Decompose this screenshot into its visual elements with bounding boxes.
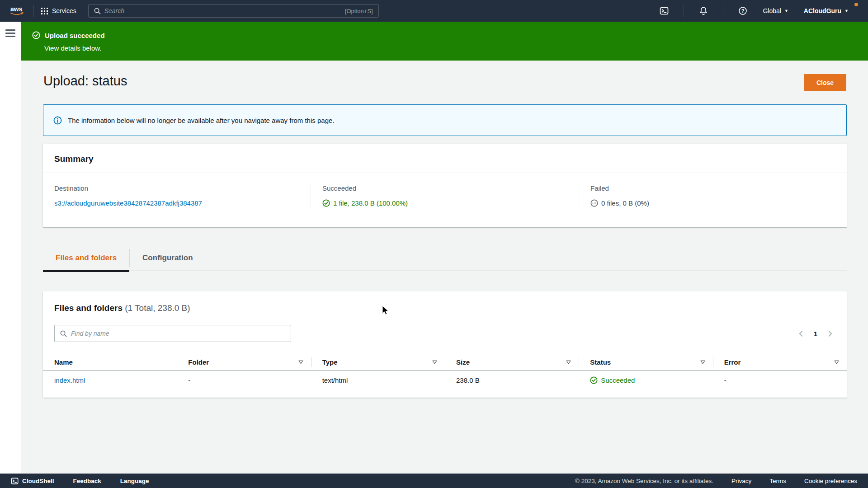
column-label: Folder: [188, 358, 209, 366]
hamburger-menu-button[interactable]: [5, 29, 15, 37]
pagination: 1: [797, 325, 834, 342]
destination-label: Destination: [54, 184, 299, 192]
tab-label: Files and folders: [56, 253, 117, 262]
services-label: Services: [52, 7, 76, 14]
tab-bar: Files and folders Configuration: [43, 246, 847, 271]
failed-pending-icon: [590, 199, 598, 207]
footer-privacy-link[interactable]: Privacy: [731, 478, 751, 484]
global-search-box[interactable]: [Option+S]: [88, 4, 379, 18]
page-number[interactable]: 1: [814, 330, 817, 338]
column-label: Status: [590, 358, 611, 366]
cloudshell-terminal-button[interactable]: [652, 6, 676, 15]
nav-right-cluster: ? Global ▼ ACloudGuru ▼: [652, 5, 856, 17]
succeeded-label: Succeeded: [322, 184, 567, 192]
tab-files-and-folders[interactable]: Files and folders: [43, 246, 129, 271]
summary-failed-column: Failed 0 files, 0 B (0%): [579, 184, 847, 207]
footer-feedback-link[interactable]: Feedback: [73, 478, 101, 484]
column-label: Name: [54, 358, 73, 366]
cell-name: index.html: [43, 371, 177, 389]
column-header-status: Status: [579, 353, 712, 371]
cloudshell-icon: [11, 477, 19, 485]
info-banner: The information below will no longer be …: [43, 104, 847, 136]
failed-value: 0 files, 0 B (0%): [601, 199, 649, 207]
collapsed-sidebar: [0, 22, 21, 474]
summary-heading: Summary: [43, 144, 847, 173]
success-flashbar: Upload succeeded View details below.: [21, 22, 868, 61]
nav-divider: [33, 5, 34, 17]
table-row: index.html - text/html 238.0 B Succeeded: [43, 371, 847, 389]
info-icon: [53, 116, 62, 125]
files-table: Name Folder Type Size Sta: [43, 353, 847, 389]
services-grid-icon: [41, 8, 48, 14]
info-banner-text: The information below will no longer be …: [68, 117, 335, 124]
file-link[interactable]: index.html: [54, 376, 85, 384]
column-header-error: Error: [713, 353, 847, 371]
footer-cookie-preferences-link[interactable]: Cookie preferences: [804, 478, 857, 484]
status-text: Succeeded: [601, 376, 635, 384]
filter-dropdown-icon[interactable]: [298, 360, 304, 365]
notification-dot-badge: [854, 3, 858, 6]
cell-type: text/html: [311, 371, 445, 389]
cell-folder: -: [177, 371, 311, 389]
cell-error: -: [713, 371, 847, 389]
tab-label: Configuration: [142, 253, 193, 262]
help-icon: ?: [738, 6, 747, 15]
region-selector[interactable]: Global ▼: [755, 7, 796, 14]
success-check-icon: [32, 31, 40, 39]
files-and-folders-panel: Files and folders (1 Total, 238.0 B) 1: [43, 291, 847, 398]
svg-text:aws: aws: [10, 5, 23, 13]
help-button[interactable]: ?: [731, 6, 755, 15]
find-by-name-input[interactable]: [71, 330, 285, 337]
search-shortcut-hint: [Option+S]: [345, 8, 373, 14]
search-icon: [94, 8, 101, 14]
column-label: Error: [724, 358, 741, 366]
filter-dropdown-icon[interactable]: [700, 360, 706, 365]
flashbar-title: Upload succeeded: [45, 32, 105, 39]
aws-logo[interactable]: aws: [9, 5, 26, 17]
summary-destination-column: Destination s3://acloudguruwebsite384287…: [43, 184, 311, 207]
column-label: Size: [456, 358, 470, 366]
close-button[interactable]: Close: [804, 74, 846, 91]
column-header-folder: Folder: [177, 353, 311, 371]
footer-cloudshell-button[interactable]: CloudShell: [11, 477, 54, 485]
destination-bucket-link[interactable]: s3://acloudguruwebsite38428742387adkfj38…: [54, 199, 202, 207]
previous-page-button[interactable]: [797, 329, 805, 338]
next-page-button[interactable]: [826, 329, 834, 338]
succeeded-check-icon: [322, 199, 330, 207]
filter-dropdown-icon[interactable]: [834, 360, 840, 365]
summary-card: Summary Destination s3://acloudguruwebsi…: [43, 144, 847, 227]
svg-text:?: ?: [741, 8, 745, 14]
column-header-type: Type: [311, 353, 445, 371]
account-menu[interactable]: ACloudGuru ▼: [796, 7, 856, 14]
chevron-down-icon: ▼: [844, 9, 849, 13]
footer-language-link[interactable]: Language: [120, 478, 149, 484]
column-label: Type: [322, 358, 338, 366]
find-by-name-box[interactable]: [54, 325, 291, 342]
region-label: Global: [763, 7, 781, 14]
nav-divider: [723, 5, 723, 17]
search-input[interactable]: [104, 7, 341, 14]
status-success-icon: [590, 376, 598, 384]
search-icon: [60, 330, 67, 337]
cell-status: Succeeded: [579, 371, 712, 389]
files-heading-meta: (1 Total, 238.0 B): [125, 303, 190, 313]
services-menu-button[interactable]: Services: [41, 7, 76, 14]
aws-logo-icon: aws: [9, 5, 26, 17]
succeeded-value: 1 file, 238.0 B (100.00%): [333, 199, 408, 207]
filter-dropdown-icon[interactable]: [432, 360, 438, 365]
account-label: ACloudGuru: [804, 7, 841, 14]
copyright-text: © 2023, Amazon Web Services, Inc. or its…: [575, 478, 713, 484]
cloudshell-label: CloudShell: [22, 478, 54, 484]
filter-dropdown-icon[interactable]: [566, 360, 571, 365]
nav-divider: [684, 5, 684, 17]
chevron-right-icon: [827, 330, 833, 337]
flashbar-subtitle: View details below.: [44, 44, 868, 52]
console-footer: CloudShell Feedback Language © 2023, Ama…: [0, 474, 868, 488]
tab-configuration[interactable]: Configuration: [129, 249, 205, 267]
table-header-row: Name Folder Type Size Sta: [43, 353, 847, 371]
notifications-button[interactable]: [691, 6, 716, 15]
failed-label: Failed: [590, 184, 835, 192]
column-header-name: Name: [43, 353, 177, 371]
column-header-size: Size: [445, 353, 579, 371]
footer-terms-link[interactable]: Terms: [769, 478, 786, 484]
